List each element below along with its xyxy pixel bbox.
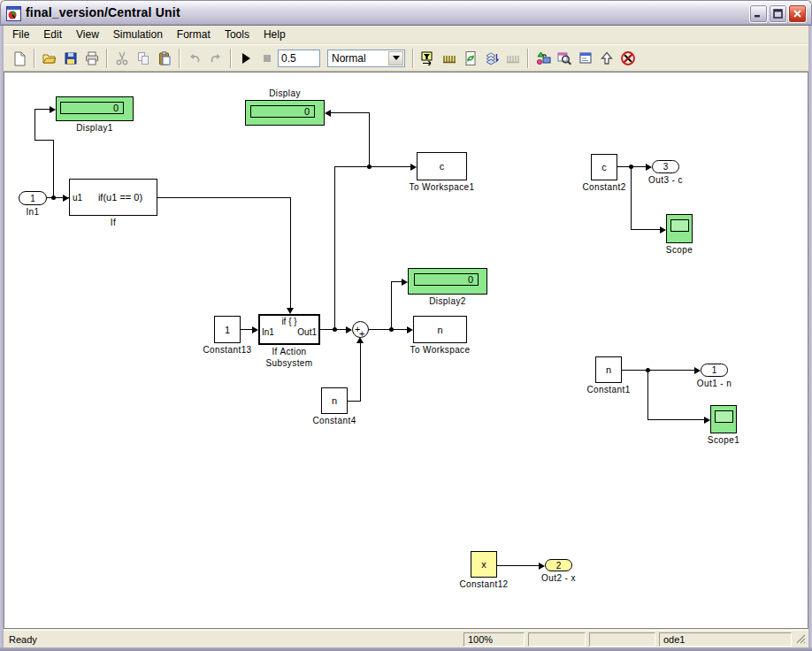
wire[interactable] [348,401,361,402]
block-label: Display2 [429,296,466,306]
block-to-workspace[interactable]: n To Workspace [413,316,467,343]
display-value-field: 0 [60,102,124,114]
block-constant1[interactable]: n Constant1 [595,356,622,383]
wire[interactable] [622,370,694,371]
wire[interactable] [157,197,291,198]
block-scope[interactable]: Scope [666,214,693,243]
arrowhead [346,326,352,333]
no-highlight-icon [620,50,636,66]
save-model-button[interactable] [60,48,81,69]
wire[interactable] [34,109,50,110]
block-in1[interactable]: 1 In1 [19,191,47,205]
start-simulation-button[interactable] [235,48,257,69]
action-port-label: if { } [260,317,318,326]
block-to-workspace1[interactable]: c To Workspace1 [417,152,467,180]
incremental-build-button[interactable] [502,48,524,69]
block-if[interactable]: u1 if(u1 == 0) If [69,179,157,216]
wire[interactable] [331,112,369,113]
menu-tools[interactable]: Tools [218,27,257,42]
undo-button[interactable] [184,48,205,69]
scope-screen [715,410,733,423]
arrowhead [539,563,545,570]
wire[interactable] [360,343,361,402]
block-constant4[interactable]: n Constant4 [321,387,348,414]
wire[interactable] [34,109,35,141]
block-out1[interactable]: 1 Out1 - n [701,364,728,377]
debug-window-icon [578,50,594,66]
copy-button[interactable] [133,48,154,69]
block-out3[interactable]: 3 Out3 - c [652,160,679,173]
sim-mode-dropdown[interactable]: Normal [327,50,405,67]
find-button[interactable] [554,48,575,69]
resize-grip[interactable] [795,632,807,647]
go-to-parent-button[interactable] [596,48,617,69]
wire[interactable] [647,370,648,419]
status-message: Ready [5,632,460,647]
new-page-icon [11,50,27,66]
block-if-action-subsystem[interactable]: if { } In1 Out1 If ActionSubsystem [258,314,320,345]
menu-format[interactable]: Format [170,27,218,42]
status-panel-3 [589,632,655,647]
wire[interactable] [647,419,704,420]
wire[interactable] [369,112,370,166]
menu-edit[interactable]: Edit [36,27,69,42]
maximize-button[interactable] [769,4,787,23]
subsystem-in-port: In1 [262,327,274,337]
paste-button[interactable] [154,48,175,69]
sim-mode-value: Normal [332,52,366,65]
wire[interactable] [290,197,291,309]
build-all-button[interactable] [481,48,502,69]
menu-view[interactable]: View [69,27,106,42]
port-number: 3 [663,162,669,172]
comb-disabled-icon [505,50,521,66]
wire[interactable] [391,281,402,282]
sim-stop-time-input[interactable] [278,50,320,67]
stop-simulation-button[interactable] [257,48,278,69]
wire[interactable] [53,140,54,198]
block-constant13[interactable]: 1 Constant13 [214,316,241,343]
library-browser-button[interactable] [532,48,554,69]
scope-screen [670,219,689,232]
wire[interactable] [368,329,407,330]
redo-button[interactable] [205,48,226,69]
menu-simulation[interactable]: Simulation [106,27,170,42]
wire[interactable] [631,166,632,229]
title-bar[interactable]: final_version/Central Unit [0,0,812,26]
remove-highlighting-button[interactable] [617,48,639,69]
block-display1[interactable]: 0 Display1 [56,96,134,121]
new-model-button[interactable] [9,48,30,69]
menu-help[interactable]: Help [257,27,293,42]
toggle-browser-button[interactable] [439,48,460,69]
model-canvas[interactable]: 0 Display1 1 In1 u1 if(u1 == 0) If 0 Dis… [4,72,808,629]
menu-file[interactable]: File [5,27,36,42]
wire[interactable] [631,229,660,230]
block-sum[interactable]: + + [352,321,369,338]
block-display[interactable]: 0 Display [245,100,325,126]
minimize-button[interactable] [749,4,768,23]
block-out2[interactable]: 2 Out2 - x [545,559,572,571]
wire[interactable] [497,565,539,566]
dropdown-button[interactable] [388,51,403,65]
maximize-icon [773,9,783,19]
cut-button[interactable] [111,48,133,69]
wire[interactable] [391,281,392,329]
wire[interactable] [334,166,335,329]
toolbar-separator [106,49,108,68]
window-title: final_version/Central Unit [26,5,180,19]
print-button[interactable] [81,48,103,69]
block-label: Display1 [76,123,113,133]
block-constant12[interactable]: x Constant12 [471,551,497,578]
wire[interactable] [241,329,252,330]
model-browser-button[interactable] [417,48,439,69]
open-model-button[interactable] [39,48,60,69]
debugger-button[interactable] [575,48,596,69]
block-scope1[interactable]: Scope1 [710,405,737,433]
wire[interactable] [34,140,54,141]
wire[interactable] [334,166,410,167]
block-display2[interactable]: 0 Display2 [408,268,487,295]
update-diagram-button[interactable] [460,48,481,69]
block-label: Scope1 [708,435,739,445]
block-constant2[interactable]: c Constant2 [591,154,617,180]
close-button[interactable] [788,4,807,23]
printer-icon [84,50,100,66]
